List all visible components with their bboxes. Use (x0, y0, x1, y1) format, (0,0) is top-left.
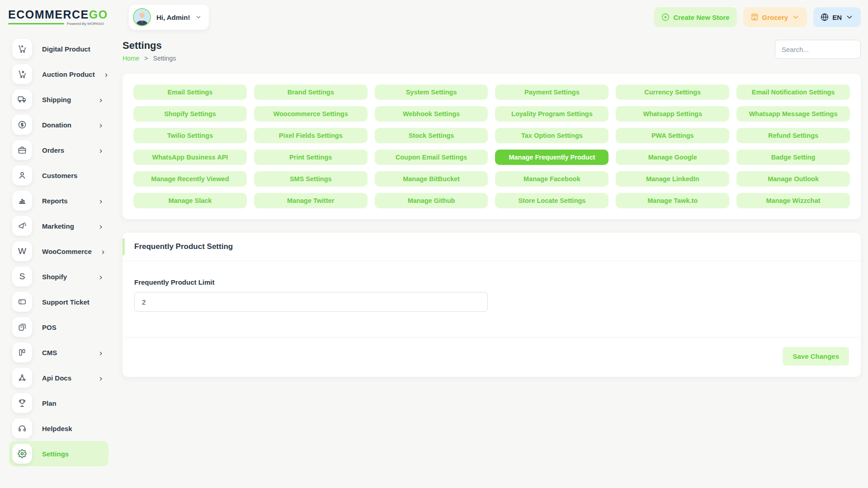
chevron-down-icon (845, 13, 854, 21)
brand-logo[interactable]: ECOMMERCEGO Powered By WORKDO (0, 9, 111, 26)
chevron-right-icon: › (99, 121, 102, 129)
settings-tab-shopify-settings[interactable]: Shopify Settings (133, 106, 247, 122)
chevron-right-icon: › (99, 272, 102, 281)
chevron-right-icon: › (99, 197, 102, 205)
sidebar-item-label: Reports (42, 197, 90, 205)
sidebar-item-auction-product[interactable]: Auction Product› (9, 61, 108, 87)
sidebar-nav: Digital ProductAuction Product›Shipping›… (0, 34, 111, 466)
sidebar-item-label: Auction Product (42, 70, 95, 78)
settings-tab-tax-option-settings[interactable]: Tax Option Settings (495, 128, 609, 143)
save-changes-button[interactable]: Save Changes (783, 347, 849, 366)
sidebar-item-shopify[interactable]: SShopify› (9, 264, 108, 289)
profile-menu[interactable]: Hi, Admin! (129, 5, 209, 30)
sidebar-item-reports[interactable]: Reports› (9, 188, 108, 213)
storefront-icon (750, 13, 759, 21)
sidebar-item-pos[interactable]: POS (9, 314, 108, 340)
topbar-actions: Create New Store Grocery EN (654, 7, 861, 27)
settings-tab-manage-outlook[interactable]: Manage Outlook (736, 171, 850, 187)
settings-tab-manage-tawk-to[interactable]: Manage Tawk.to (616, 193, 729, 208)
settings-tab-manage-facebook[interactable]: Manage Facebook (495, 171, 609, 187)
settings-tab-twilio-settings[interactable]: Twilio Settings (133, 128, 247, 143)
settings-tab-payment-settings[interactable]: Payment Settings (495, 84, 609, 100)
chevron-right-icon: › (99, 95, 102, 104)
sidebar-item-label: Customers (42, 172, 102, 179)
settings-tab-webhook-settings[interactable]: Webhook Settings (375, 106, 488, 122)
settings-tab-pwa-settings[interactable]: PWA Settings (616, 128, 729, 143)
create-new-store-button[interactable]: Create New Store (654, 7, 736, 27)
settings-tab-whatsapp-business-api[interactable]: WhatsApp Business API (133, 150, 247, 165)
sidebar-item-digital-product[interactable]: Digital Product (9, 36, 108, 61)
settings-tab-manage-linkedin[interactable]: Manage LinkedIn (616, 171, 729, 187)
dollar-circle-icon (12, 115, 32, 135)
settings-tab-coupon-email-settings[interactable]: Coupon Email Settings (375, 150, 488, 165)
user-icon (12, 165, 32, 185)
sidebar-item-label: Settings (42, 450, 102, 458)
frequently-product-panel: Frequently Product Setting Frequently Pr… (123, 233, 861, 377)
headphones-icon (12, 418, 32, 438)
settings-tab-refund-settings[interactable]: Refund Settings (736, 128, 850, 143)
frequently-product-limit-input[interactable] (134, 292, 488, 312)
brand-name-accent: GO (89, 8, 108, 21)
settings-tab-manage-recently-viewed[interactable]: Manage Recently Viewed (133, 171, 247, 187)
sidebar-item-label: Donation (42, 121, 90, 129)
sidebar-item-settings[interactable]: Settings (9, 441, 108, 466)
settings-tab-email-settings[interactable]: Email Settings (133, 84, 247, 100)
settings-tab-manage-bitbucket[interactable]: Manage BitBucket (375, 171, 488, 187)
settings-tab-store-locate-settings[interactable]: Store Locate Settings (495, 193, 609, 208)
gear-icon (12, 444, 32, 464)
settings-tab-manage-slack[interactable]: Manage Slack (133, 193, 247, 208)
chevron-down-icon (195, 14, 202, 20)
settings-tab-whatsapp-message-settings[interactable]: Whatsapp Message Settings (736, 106, 850, 122)
sidebar-item-support-ticket[interactable]: Support Ticket (9, 289, 108, 314)
settings-tab-whatsapp-settings[interactable]: Whatsapp Settings (616, 106, 729, 122)
language-selector-button[interactable]: EN (813, 7, 861, 27)
settings-tab-manage-frequently-product[interactable]: Manage Frequently Product (495, 150, 609, 165)
settings-tab-manage-google[interactable]: Manage Google (616, 150, 729, 165)
cart-plus-icon (12, 39, 32, 59)
settings-tab-email-notification-settings[interactable]: Email Notification Settings (736, 84, 850, 100)
sidebar-item-donation[interactable]: Donation› (9, 112, 108, 137)
language-label: EN (832, 14, 842, 21)
sidebar-item-api-docs[interactable]: Api Docs› (9, 365, 108, 390)
breadcrumb-home-link[interactable]: Home (123, 55, 139, 62)
briefcase-icon (12, 140, 32, 160)
search-input[interactable] (775, 40, 861, 59)
main-content: Settings Home > Settings Email SettingsB… (111, 34, 868, 377)
settings-tab-loyality-program-settings[interactable]: Loyality Program Settings (495, 106, 609, 122)
sidebar-item-marketing[interactable]: Marketing› (9, 213, 108, 239)
sidebar-item-helpdesk[interactable]: Helpdesk (9, 416, 108, 441)
settings-tab-manage-wizzchat[interactable]: Manage Wizzchat (736, 193, 850, 208)
settings-tab-pixel-fields-settings[interactable]: Pixel Fields Settings (254, 128, 368, 143)
breadcrumb: Home > Settings (123, 55, 176, 62)
page-title: Settings (123, 40, 176, 52)
settings-tab-manage-twitter[interactable]: Manage Twitter (254, 193, 368, 208)
settings-nav-grid: Email SettingsBrand SettingsSystem Setti… (133, 84, 850, 208)
sidebar-item-label: CMS (42, 349, 90, 357)
bar-chart-icon (12, 191, 32, 211)
sidebar-item-label: Orders (42, 146, 90, 154)
settings-tab-sms-settings[interactable]: SMS Settings (254, 171, 368, 187)
shopify-icon: S (12, 267, 32, 286)
store-selector-button[interactable]: Grocery (743, 7, 807, 27)
sidebar-item-woocommerce[interactable]: WWooCommerce› (9, 239, 108, 264)
settings-tab-currency-settings[interactable]: Currency Settings (616, 84, 729, 100)
sidebar-item-orders[interactable]: Orders› (9, 137, 108, 163)
plus-circle-icon (661, 13, 670, 21)
settings-tab-brand-settings[interactable]: Brand Settings (254, 84, 368, 100)
sidebar-item-cms[interactable]: CMS› (9, 340, 108, 365)
brand-name: ECOMMERCEGO (8, 9, 111, 20)
sidebar-item-shipping[interactable]: Shipping› (9, 87, 108, 112)
sidebar-item-plan[interactable]: Plan (9, 390, 108, 416)
settings-tab-print-settings[interactable]: Print Settings (254, 150, 368, 165)
settings-tab-stock-settings[interactable]: Stock Settings (375, 128, 488, 143)
settings-tab-badge-setting[interactable]: Badge Setting (736, 150, 850, 165)
megaphone-icon (12, 216, 32, 236)
settings-tab-system-settings[interactable]: System Settings (375, 84, 488, 100)
sidebar-item-customers[interactable]: Customers (9, 163, 108, 188)
cms-icon (12, 343, 32, 362)
settings-tab-woocommerce-settings[interactable]: Woocommerce Settings (254, 106, 368, 122)
settings-tab-manage-github[interactable]: Manage Github (375, 193, 488, 208)
sidebar-item-label: Plan (42, 399, 102, 407)
truck-icon (12, 89, 32, 109)
ticket-icon (12, 292, 32, 312)
